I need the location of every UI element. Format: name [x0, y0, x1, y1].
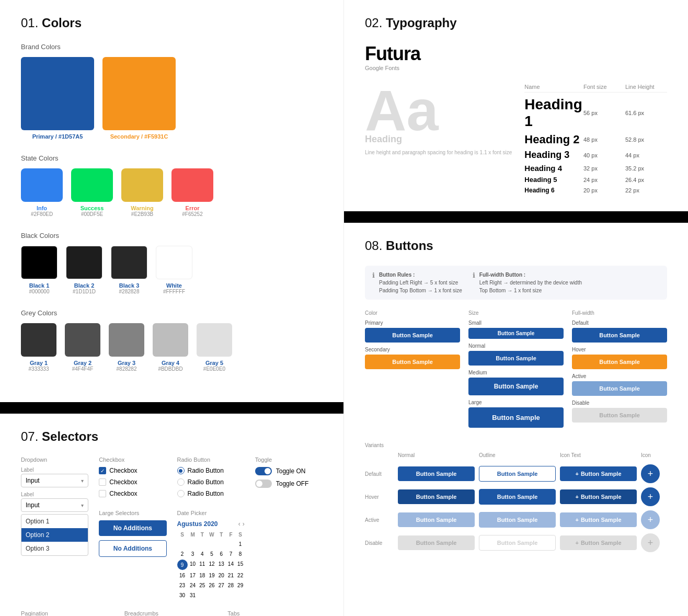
day-19[interactable]: 19: [208, 571, 216, 580]
buttons-title: 08. Buttons: [365, 238, 667, 253]
day-2[interactable]: 2: [177, 550, 188, 558]
variant-normal-active[interactable]: Button Sample: [398, 512, 475, 527]
toggle-off-item[interactable]: Toggle OFF: [255, 480, 323, 488]
variant-icontext-hover[interactable]: + Button Sample: [560, 489, 637, 504]
selectors-section: 07. Selectors Dropdown Label Input ▾ Lab…: [0, 414, 343, 616]
typography-main: Aa Heading Line height and paragraph spa…: [365, 82, 667, 196]
day-8[interactable]: 8: [236, 550, 245, 558]
day-15[interactable]: 15: [236, 560, 245, 570]
radio-unchecked-2[interactable]: [177, 478, 185, 486]
variant-icontext-active[interactable]: + Button Sample: [560, 512, 637, 527]
checkbox-unchecked-3[interactable]: [99, 490, 106, 497]
day-12[interactable]: 12: [208, 560, 216, 570]
dropdown-option-1[interactable]: Option 1: [21, 515, 88, 528]
day-23[interactable]: 23: [177, 581, 188, 590]
variant-normal-default[interactable]: Button Sample: [398, 466, 475, 481]
datepicker-next-icon[interactable]: ›: [243, 520, 245, 528]
btn-medium-sample[interactable]: Button Sample: [468, 378, 564, 395]
checkbox-item-3[interactable]: Checkbox: [99, 490, 166, 497]
day-30[interactable]: 30: [177, 591, 188, 600]
heading2-size: 48 px: [583, 136, 625, 143]
day-5[interactable]: 5: [208, 550, 216, 558]
typo-row-h4: Heading 4 32 px 35.2 px: [524, 162, 667, 174]
black3-swatch: [111, 246, 147, 279]
day-6[interactable]: 6: [217, 550, 225, 558]
btn-small-sample[interactable]: Button Sample: [468, 328, 564, 339]
toggle-on-track[interactable]: [255, 467, 272, 475]
variant-icon-hover[interactable]: +: [641, 487, 660, 506]
checkbox-checked-icon[interactable]: ✓: [99, 467, 106, 474]
day-9-today[interactable]: 9: [177, 560, 188, 570]
checkbox-item-2[interactable]: Checkbox: [99, 478, 166, 486]
checkbox-label-1: Checkbox: [109, 467, 137, 474]
variant-outline-hover[interactable]: Button Sample: [479, 489, 556, 505]
day-14[interactable]: 14: [226, 560, 235, 570]
day-17[interactable]: 17: [189, 571, 197, 580]
radio-unchecked-3[interactable]: [177, 490, 185, 497]
day-7[interactable]: 7: [226, 550, 235, 558]
checkbox-unchecked-2[interactable]: [99, 478, 106, 486]
buttons-section: 08. Buttons ℹ Button Rules : Padding Lef…: [344, 223, 688, 568]
day-26[interactable]: 26: [208, 581, 216, 590]
day-10[interactable]: 10: [189, 560, 197, 570]
big-letter-aa: Aa: [365, 82, 512, 139]
day-22[interactable]: 22: [236, 571, 245, 580]
day-29[interactable]: 29: [236, 581, 245, 590]
large-selector-outline[interactable]: No Additions: [99, 540, 166, 557]
breadcrumb-label: Breadcrumbs: [124, 610, 220, 616]
variant-icon-header: Icon: [641, 452, 667, 458]
dropdown-input1[interactable]: Input ▾: [21, 474, 88, 487]
variant-outline-active[interactable]: Button Sample: [479, 512, 556, 528]
gray5-swatch-item: Gray 5 #E0E0E0: [197, 323, 232, 372]
variant-normal-hover[interactable]: Button Sample: [398, 489, 475, 504]
btn-primary-sample[interactable]: Button Sample: [365, 328, 460, 343]
pagination-tabs-row: Pagination 1 2 3 Breadcrumbs 🏠 Home › De…: [21, 610, 323, 616]
btn-normal-sample[interactable]: Button Sample: [468, 351, 564, 366]
day-1[interactable]: 1: [236, 540, 245, 549]
button-rules-box: ℹ Button Rules : Padding Left Right → 5 …: [365, 266, 667, 300]
toggle-off-track[interactable]: [255, 480, 272, 488]
day-20[interactable]: 20: [217, 571, 225, 580]
dropdown-option-3[interactable]: Option 3: [21, 542, 88, 555]
btn-large-sample[interactable]: Button Sample: [468, 407, 564, 428]
variant-icon-active[interactable]: +: [641, 510, 660, 529]
day-27[interactable]: 27: [217, 581, 225, 590]
day-18[interactable]: 18: [198, 571, 207, 580]
radio-item-2[interactable]: Radio Button: [177, 478, 245, 486]
day-3[interactable]: 3: [189, 550, 197, 558]
toggle-on-item[interactable]: Toggle ON: [255, 467, 323, 475]
day-13[interactable]: 13: [217, 560, 225, 570]
day-4[interactable]: 4: [198, 550, 207, 558]
radio-item-1[interactable]: Radio Button: [177, 467, 245, 474]
datepicker-prev-icon[interactable]: ‹: [238, 520, 240, 528]
day-31[interactable]: 31: [189, 591, 197, 600]
variant-icon-disable: +: [641, 533, 660, 552]
radio-checked-1[interactable]: [177, 467, 185, 474]
btn-fullwidth-hover[interactable]: Button Sample: [572, 355, 667, 369]
variant-default-label: Default: [365, 471, 394, 477]
variant-icontext-default[interactable]: + Button Sample: [560, 466, 637, 481]
day-21[interactable]: 21: [226, 571, 235, 580]
radio-item-3[interactable]: Radio Button: [177, 490, 245, 497]
btn-fullwidth-default[interactable]: Button Sample: [572, 328, 667, 343]
dropdown-input2[interactable]: Input ▾: [21, 498, 88, 512]
radio-label-3: Radio Button: [188, 490, 224, 497]
day-16[interactable]: 16: [177, 571, 188, 580]
large-selector-button[interactable]: No Additions: [99, 520, 166, 536]
btn-secondary-sample[interactable]: Button Sample: [365, 355, 460, 369]
btn-fullwidth-active[interactable]: Button Sample: [572, 381, 667, 396]
dropdown-option-2[interactable]: Option 2: [21, 528, 88, 542]
day-25[interactable]: 25: [198, 581, 207, 590]
variant-icon-default[interactable]: +: [641, 464, 660, 483]
white-label: White: [166, 282, 182, 289]
btn-active-subtitle: Active: [572, 373, 667, 379]
gray3-label: Gray 3: [118, 360, 135, 366]
black1-label: Black 1: [29, 282, 50, 289]
day-28[interactable]: 28: [226, 581, 235, 590]
day-24[interactable]: 24: [189, 581, 197, 590]
day-11[interactable]: 11: [198, 560, 207, 570]
btn-fullwidth-disable[interactable]: Button Sample: [572, 408, 667, 423]
variant-normal-disable: Button Sample: [398, 535, 475, 550]
variant-outline-default[interactable]: Button Sample: [479, 466, 556, 482]
checkbox-item-1[interactable]: ✓ Checkbox: [99, 467, 166, 474]
